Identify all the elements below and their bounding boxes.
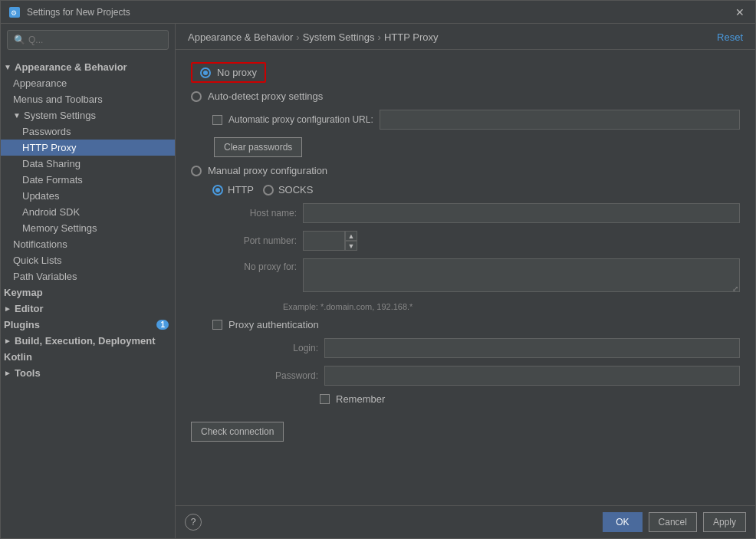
sidebar-item-tools[interactable]: ► Tools	[1, 365, 175, 381]
sidebar-item-label: Plugins	[4, 319, 40, 330]
remember-checkbox[interactable]	[320, 394, 330, 404]
http-label: HTTP	[228, 184, 254, 196]
sidebar-item-appearance-behavior[interactable]: ▼ Appearance & Behavior	[1, 59, 175, 75]
proxy-auth-label: Proxy authentication	[228, 319, 319, 330]
no-proxy-radio[interactable]	[200, 67, 211, 78]
breadcrumb-sep-2: ›	[378, 31, 381, 43]
host-name-label: Host name:	[212, 208, 297, 219]
remember-option: Remember	[320, 393, 740, 405]
bottom-bar: ? OK Cancel Apply	[176, 505, 755, 538]
settings-panel: No proxy Auto-detect proxy settings Auto…	[176, 50, 755, 505]
password-input[interactable]	[324, 366, 740, 386]
sidebar-item-label: System Settings	[24, 110, 96, 121]
socks-radio[interactable]	[263, 185, 274, 196]
auto-detect-label: Auto-detect proxy settings	[208, 90, 323, 102]
sidebar-item-label: Tools	[15, 367, 41, 379]
help-button[interactable]: ?	[185, 514, 202, 531]
password-label: Password:	[234, 370, 318, 381]
apply-button[interactable]: Apply	[703, 512, 746, 532]
search-input[interactable]	[28, 35, 162, 45]
sidebar-item-label: Updates	[22, 190, 59, 202]
sidebar-item-label: Build, Execution, Deployment	[15, 335, 155, 347]
sidebar-item-android-sdk[interactable]: Android SDK	[1, 204, 175, 220]
breadcrumb-sep-1: ›	[296, 31, 299, 43]
login-row: Login:	[234, 338, 740, 358]
cancel-button[interactable]: Cancel	[649, 512, 697, 532]
sidebar-item-appearance[interactable]: Appearance	[1, 75, 175, 91]
sidebar-item-label: HTTP Proxy	[22, 142, 77, 153]
remember-label: Remember	[336, 393, 385, 405]
port-increment-button[interactable]: ▲	[345, 231, 357, 241]
search-icon: 🔍	[14, 35, 25, 45]
sidebar-item-label: Data Sharing	[22, 158, 81, 169]
sidebar-item-kotlin[interactable]: Kotlin	[1, 349, 175, 365]
close-button[interactable]: ✕	[732, 5, 748, 20]
host-name-input[interactable]	[303, 203, 740, 223]
no-proxy-label: No proxy	[217, 67, 257, 78]
search-box[interactable]: 🔍	[7, 30, 169, 50]
sidebar-item-system-settings[interactable]: ▼ System Settings	[1, 107, 175, 123]
ok-button[interactable]: OK	[603, 512, 642, 532]
reset-button[interactable]: Reset	[717, 31, 743, 43]
manual-proxy-radio[interactable]	[191, 166, 202, 176]
http-socks-row: HTTP SOCKS	[212, 184, 740, 196]
sidebar-item-plugins[interactable]: Plugins 1	[1, 317, 175, 333]
password-row: Password:	[234, 366, 740, 386]
clear-passwords-button[interactable]: Clear passwords	[214, 137, 302, 157]
auto-config-checkbox[interactable]	[212, 115, 222, 125]
sidebar-item-quick-lists[interactable]: Quick Lists	[1, 252, 175, 268]
socks-option: SOCKS	[263, 184, 314, 196]
sidebar-item-label: Kotlin	[4, 351, 32, 363]
auto-config-url-input[interactable]	[380, 110, 740, 130]
main-panel: Appearance & Behavior › System Settings …	[176, 24, 755, 538]
sidebar-item-date-formats[interactable]: Date Formats	[1, 172, 175, 188]
sidebar-item-updates[interactable]: Updates	[1, 188, 175, 204]
proxy-auth-checkbox[interactable]	[212, 320, 222, 330]
sidebar-item-memory-settings[interactable]: Memory Settings	[1, 220, 175, 236]
no-proxy-for-row: No proxy for: ⤢	[212, 258, 740, 294]
port-decrement-button[interactable]: ▼	[345, 241, 357, 251]
plugins-badge: 1	[156, 320, 169, 330]
arrow-icon: ►	[4, 369, 13, 377]
http-option: HTTP	[212, 184, 254, 196]
sidebar-item-build-exec-deploy[interactable]: ► Build, Execution, Deployment	[1, 333, 175, 349]
port-number-label: Port number:	[212, 235, 297, 246]
sidebar-item-path-variables[interactable]: Path Variables	[1, 268, 175, 284]
auto-config-url-label: Automatic proxy configuration URL:	[228, 114, 373, 125]
sidebar-item-label: Android SDK	[22, 206, 80, 218]
no-proxy-for-label: No proxy for:	[212, 258, 297, 272]
sidebar-item-label: Path Variables	[13, 271, 77, 282]
breadcrumb: Appearance & Behavior › System Settings …	[176, 24, 755, 50]
host-name-row: Host name:	[212, 203, 740, 223]
nav-tree: ▼ Appearance & Behavior Appearance Menus…	[1, 56, 175, 538]
no-proxy-for-input[interactable]	[303, 258, 740, 292]
no-proxy-option-container: No proxy	[191, 62, 266, 83]
sidebar-item-label: Menus and Toolbars	[13, 94, 103, 105]
port-spinner: 80 ▲ ▼	[303, 231, 357, 251]
port-number-row: Port number: 80 ▲ ▼	[212, 231, 740, 251]
sidebar-item-keymap[interactable]: Keymap	[1, 284, 175, 301]
auto-config-url-row: Automatic proxy configuration URL:	[212, 110, 740, 130]
sidebar-item-label: Memory Settings	[22, 222, 97, 234]
sidebar-item-notifications[interactable]: Notifications	[1, 236, 175, 252]
sidebar-item-passwords[interactable]: Passwords	[1, 123, 175, 140]
sidebar-item-http-proxy[interactable]: HTTP Proxy	[1, 140, 175, 156]
arrow-icon: ▼	[4, 63, 13, 71]
check-connection-button[interactable]: Check connection	[191, 422, 284, 442]
sidebar-item-menus-toolbars[interactable]: Menus and Toolbars	[1, 91, 175, 107]
auto-detect-radio[interactable]	[191, 91, 202, 102]
socks-label: SOCKS	[278, 184, 314, 196]
svg-text:⚙: ⚙	[11, 9, 17, 17]
port-input[interactable]: 80	[303, 231, 345, 251]
proxy-auth-option: Proxy authentication	[212, 319, 740, 330]
login-input[interactable]	[324, 338, 740, 358]
sidebar: 🔍 ▼ Appearance & Behavior Appearance Men…	[1, 24, 176, 538]
http-radio[interactable]	[212, 185, 223, 196]
sidebar-item-label: Date Formats	[22, 174, 83, 186]
example-text: Example: *.domain.com, 192.168.*	[191, 302, 740, 311]
sidebar-item-editor[interactable]: ► Editor	[1, 301, 175, 317]
sidebar-item-data-sharing[interactable]: Data Sharing	[1, 156, 175, 172]
manual-proxy-option: Manual proxy configuration	[191, 165, 740, 176]
auto-config-section: Automatic proxy configuration URL: Clear…	[212, 110, 740, 157]
auto-detect-option: Auto-detect proxy settings	[191, 90, 740, 102]
